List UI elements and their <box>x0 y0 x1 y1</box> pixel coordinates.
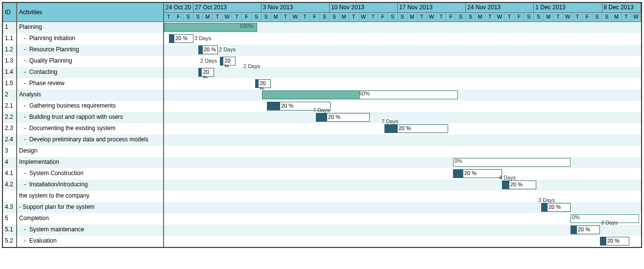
day-label: T <box>437 13 447 22</box>
task-duration-label: 3 Days <box>601 220 618 225</box>
task-duration-label: 4 Days <box>499 175 516 180</box>
day-label: T <box>621 13 631 22</box>
task-bar: 20 % <box>169 34 193 43</box>
row-id: 4.1 <box>3 168 17 179</box>
task-bar: 20 % <box>198 68 214 77</box>
day-label: S <box>252 13 262 22</box>
day-label: S <box>602 13 612 22</box>
task-progress-fill <box>571 226 577 234</box>
day-label: S <box>398 13 407 22</box>
chart-area: 100% <box>164 22 641 33</box>
task-pct: 20 % <box>549 204 561 210</box>
chart-area <box>164 191 641 202</box>
header-id: ID <box>3 3 17 22</box>
gantt-row: 5.2 - Evaluation20 % <box>3 236 641 247</box>
week-label: 24 Oct 20 <box>164 3 193 12</box>
day-label: S <box>388 13 398 22</box>
row-activity: - Quality Planning <box>17 56 164 67</box>
day-label: T <box>417 13 427 22</box>
gantt-row: 1.4 - Contacting20 %2 Days <box>3 67 641 78</box>
header-row: ID Activities 24 Oct 2027 Oct 20133 Nov … <box>3 3 641 22</box>
task-pct: 20 % <box>281 103 293 109</box>
gantt-row: 2.3 - Documenting the existing system20 … <box>3 123 641 134</box>
gantt-row: 3Design <box>3 146 641 157</box>
chart-area: 0% <box>164 157 641 168</box>
task-progress-fill <box>256 80 259 88</box>
day-label: F <box>174 13 184 22</box>
day-label: S <box>466 13 476 22</box>
day-label: F <box>242 13 252 22</box>
day-label: T <box>213 13 222 22</box>
task-duration-label: 7 Days <box>313 107 330 113</box>
summary-pct: 50% <box>359 90 370 96</box>
week-label: 3 Nov 2013 <box>262 3 330 12</box>
day-label: S <box>524 13 534 22</box>
gantt-row: 1.3 - Quality Planning20 %2 Days <box>3 56 641 67</box>
task-bar: 20 % <box>600 237 629 246</box>
day-label: F <box>310 13 320 22</box>
day-label: S <box>593 13 602 22</box>
row-id: 4.2 <box>3 179 17 191</box>
day-label: W <box>290 13 300 22</box>
day-label: W <box>563 13 573 22</box>
task-bar: 20 % <box>453 169 502 178</box>
row-activity: - Installation/introducing <box>17 179 164 191</box>
chart-area <box>164 146 641 157</box>
day-label: F <box>446 13 456 22</box>
gantt-row: 5.1 - System maintenance20 %3 Days <box>3 224 641 236</box>
day-label: S <box>534 13 544 22</box>
row-activity: Planning <box>17 22 164 33</box>
day-label: T <box>232 13 242 22</box>
row-id: 2.1 <box>3 101 17 112</box>
day-label: M <box>612 13 621 22</box>
task-pct: 20 % <box>328 114 340 120</box>
gantt-row: 1Planning100% <box>3 22 641 33</box>
task-progress-fill <box>267 102 280 110</box>
chart-area: 20 %3 Days <box>164 202 641 213</box>
gantt-row: 2.4 - Develop preliminary data and proce… <box>3 134 641 146</box>
chart-area <box>164 134 641 146</box>
row-activity: - Contacting <box>17 67 164 78</box>
row-id: 1.5 <box>3 78 17 90</box>
row-activity: - Gathering business requirements <box>17 101 164 112</box>
row-activity: - Building trust and rapport with users <box>17 112 164 123</box>
week-row: 24 Oct 2027 Oct 20133 Nov 201310 Nov 201… <box>164 3 641 12</box>
day-label: T <box>164 13 174 22</box>
task-progress-fill <box>385 125 398 133</box>
row-id: 1.3 <box>3 56 17 67</box>
day-label: M <box>544 13 553 22</box>
day-label: W <box>359 13 369 22</box>
summary-pct: 100% <box>239 23 253 29</box>
task-bar: 20 % <box>571 225 600 234</box>
gantt-row: 4.3- Support plan for the system20 %3 Da… <box>3 202 641 213</box>
task-progress-fill <box>453 170 463 178</box>
row-activity: the system to the company <box>17 191 164 202</box>
task-progress-fill <box>199 68 202 76</box>
row-id: 4 <box>3 157 17 168</box>
header-activities: Activities <box>17 3 164 22</box>
row-id: 2.4 <box>3 134 17 146</box>
day-label: F <box>378 13 388 22</box>
chart-area: 20 %3 Days <box>164 224 641 236</box>
day-label: W <box>495 13 505 22</box>
row-activity: Completion <box>17 213 164 224</box>
day-label: T <box>505 13 515 22</box>
task-bar: 20 % <box>541 203 571 212</box>
task-bar: 20 % <box>316 113 370 122</box>
day-label: T <box>349 13 359 22</box>
row-activity: - Resource Planning <box>17 45 164 56</box>
day-label: T <box>485 13 495 22</box>
day-label: M <box>407 13 417 22</box>
task-duration-label: 2 Days <box>219 46 236 52</box>
row-activity: - Support plan for the system <box>17 202 164 213</box>
week-label: 27 Oct 2013 <box>193 3 262 12</box>
day-row: TFSSMTWTFSSMTWTFSSMTWTFSSMTWTFSSMTWTFSSM… <box>164 12 641 22</box>
week-label: 10 Nov 2013 <box>330 3 398 12</box>
row-id: 5 <box>3 213 17 224</box>
task-duration-label: 7 Days <box>382 118 398 124</box>
row-activity: Analysis <box>17 90 164 101</box>
week-label: 17 Nov 2013 <box>398 3 466 12</box>
row-activity: - System maintenance <box>17 224 164 236</box>
task-pct: 20 % <box>578 226 590 232</box>
day-label: S <box>184 13 193 22</box>
